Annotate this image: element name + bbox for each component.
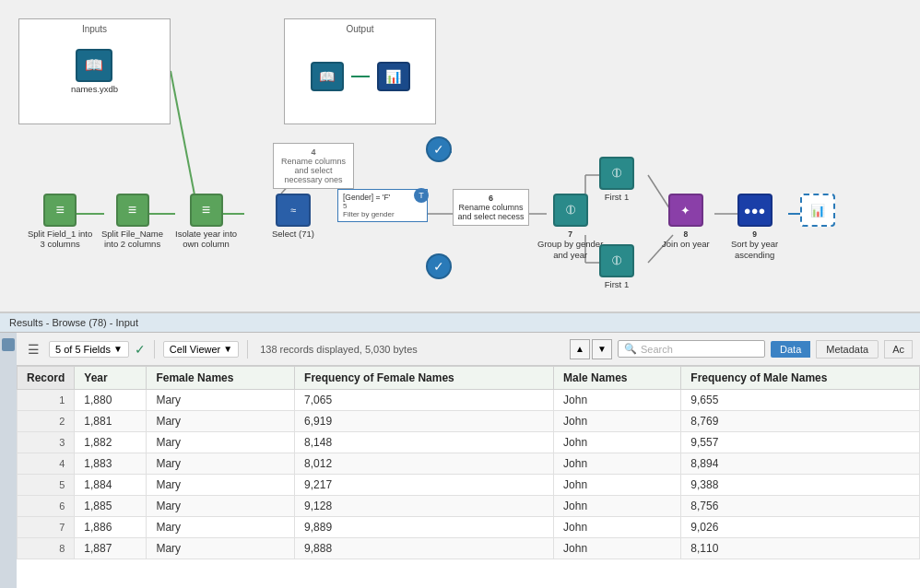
ac-button[interactable]: Ac xyxy=(884,340,913,359)
node-rename-top[interactable]: 4Rename columnsand selectnecessary ones xyxy=(272,143,355,189)
records-info: 138 records displayed, 5,030 bytes xyxy=(256,344,564,355)
cell-freq-female: 8,148 xyxy=(295,432,554,453)
search-placeholder: Search xyxy=(641,344,673,355)
results-panel: Results - Browse (78) - Input ☰ 5 of 5 F… xyxy=(0,313,920,588)
col-header-year: Year xyxy=(75,367,147,390)
separator-1 xyxy=(154,340,155,359)
node-browse-end[interactable]: 📊 xyxy=(800,194,835,227)
node-group[interactable]: ⦷ 7Group by genderand year xyxy=(537,194,603,260)
cell-male-name: John xyxy=(554,538,681,559)
nav-up-button[interactable]: ▲ xyxy=(570,339,590,359)
cell-freq-female: 9,889 xyxy=(295,517,554,538)
cell-female-name: Mary xyxy=(147,475,295,496)
fields-dropdown-arrow[interactable]: ▼ xyxy=(113,344,123,354)
cell-freq-female: 8,012 xyxy=(295,453,554,475)
search-icon: 🔍 xyxy=(624,343,637,355)
cell-freq-female: 9,888 xyxy=(295,538,554,559)
separator-2 xyxy=(247,340,248,359)
sidebar-icon xyxy=(2,338,15,351)
cell-record: 4 xyxy=(18,453,75,475)
node-isolate-year[interactable]: ≡ Isolate year intoown column xyxy=(175,194,237,250)
data-table: Record Year Female Names Frequency of Fe… xyxy=(17,366,920,559)
inputs-title: Inputs xyxy=(82,24,107,34)
cell-freq-male: 8,756 xyxy=(681,496,920,517)
cell-record: 2 xyxy=(18,411,75,432)
col-header-female-names: Female Names xyxy=(147,367,295,390)
cell-male-name: John xyxy=(554,496,681,517)
cell-record: 6 xyxy=(18,496,75,517)
cell-female-name: Mary xyxy=(147,411,295,432)
node-select[interactable]: ≈ Select (71) xyxy=(272,194,314,239)
table-row: 1 1,880 Mary 7,065 John 9,655 xyxy=(18,390,920,411)
cell-freq-male: 8,894 xyxy=(681,453,920,475)
cell-female-name: Mary xyxy=(147,390,295,411)
fields-selector[interactable]: 5 of 5 Fields ▼ xyxy=(49,341,129,358)
cell-freq-female: 9,217 xyxy=(295,475,554,496)
search-box[interactable]: 🔍 Search xyxy=(618,340,765,358)
left-sidebar xyxy=(0,333,17,588)
cell-female-name: Mary xyxy=(147,496,295,517)
col-header-freq-female: Frequency of Female Names xyxy=(295,367,554,390)
cell-viewer-label: Cell Viewer xyxy=(170,344,220,355)
node-join[interactable]: ✦ 8Join on year xyxy=(662,194,710,250)
cell-viewer-button[interactable]: Cell Viewer ▼ xyxy=(163,341,239,358)
results-toolbar: ☰ 5 of 5 Fields ▼ ✓ Cell Viewer ▼ 138 re… xyxy=(17,333,920,366)
menu-icon[interactable]: ☰ xyxy=(24,342,43,357)
cell-female-name: Mary xyxy=(147,453,295,475)
results-title: Results - Browse (78) - Input xyxy=(0,313,920,333)
node-first1[interactable]: ⦷ First 1 xyxy=(599,157,634,202)
cell-record: 5 xyxy=(18,475,75,496)
node-split-filename[interactable]: ≡ Split File_Nameinto 2 columns xyxy=(101,194,163,250)
nav-arrows: ▲ ▼ xyxy=(570,339,612,359)
cell-freq-male: 8,110 xyxy=(681,538,920,559)
cell-male-name: John xyxy=(554,390,681,411)
table-row: 8 1,887 Mary 9,888 John 8,110 xyxy=(18,538,920,559)
fields-check-icon[interactable]: ✓ xyxy=(135,342,146,357)
cell-female-name: Mary xyxy=(147,432,295,453)
cell-male-name: John xyxy=(554,453,681,475)
output-title: Output xyxy=(346,24,373,34)
cell-year: 1,882 xyxy=(75,432,147,453)
workflow-canvas: Inputs 📖 names.yxdb Output 📖 📊 ≡ Split F… xyxy=(0,0,920,313)
table-row: 4 1,883 Mary 8,012 John 8,894 xyxy=(18,453,920,475)
node-first2[interactable]: ⦷ First 1 xyxy=(599,244,634,289)
table-row: 3 1,882 Mary 8,148 John 9,557 xyxy=(18,432,920,453)
cell-freq-male: 9,557 xyxy=(681,432,920,453)
data-table-container: Record Year Female Names Frequency of Fe… xyxy=(17,366,920,588)
node-sort[interactable]: ●●● 9Sort by yearascending xyxy=(731,194,778,260)
cell-year: 1,883 xyxy=(75,453,147,475)
col-header-record: Record xyxy=(18,367,75,390)
cell-freq-female: 7,065 xyxy=(295,390,554,411)
col-header-male-names: Male Names xyxy=(554,367,681,390)
cell-female-name: Mary xyxy=(147,538,295,559)
cell-year: 1,881 xyxy=(75,411,147,432)
cell-freq-male: 9,026 xyxy=(681,517,920,538)
cell-freq-female: 6,919 xyxy=(295,411,554,432)
inputs-box: Inputs 📖 names.yxdb xyxy=(18,18,171,124)
node-split-field1[interactable]: ≡ Split Field_1 into3 columns xyxy=(28,194,92,250)
svg-line-0 xyxy=(171,71,198,214)
check-circle-1[interactable]: ✓ xyxy=(426,136,452,162)
nav-down-button[interactable]: ▼ xyxy=(592,339,612,359)
input-file-label: names.yxdb xyxy=(71,84,118,94)
cell-record: 1 xyxy=(18,390,75,411)
data-button[interactable]: Data xyxy=(771,341,810,358)
cell-freq-male: 9,655 xyxy=(681,390,920,411)
cell-male-name: John xyxy=(554,432,681,453)
col-header-freq-male: Frequency of Male Names xyxy=(681,367,920,390)
output-box: Output 📖 📊 xyxy=(284,18,436,124)
table-header-row: Record Year Female Names Frequency of Fe… xyxy=(18,367,920,390)
metadata-button[interactable]: Metadata xyxy=(816,340,879,359)
node-filter[interactable]: T [Gender] = 'F' 5Filter by gender xyxy=(336,189,429,222)
node-rename-6[interactable]: 6Rename columnsand select necess xyxy=(452,189,530,226)
cell-freq-male: 9,388 xyxy=(681,475,920,496)
table-row: 2 1,881 Mary 6,919 John 8,769 xyxy=(18,411,920,432)
table-body: 1 1,880 Mary 7,065 John 9,655 2 1,881 Ma… xyxy=(18,390,920,559)
table-row: 5 1,884 Mary 9,217 John 9,388 xyxy=(18,475,920,496)
cell-record: 3 xyxy=(18,432,75,453)
cell-year: 1,880 xyxy=(75,390,147,411)
check-circle-2[interactable]: ✓ xyxy=(426,253,452,279)
cell-male-name: John xyxy=(554,475,681,496)
cell-year: 1,886 xyxy=(75,517,147,538)
cell-male-name: John xyxy=(554,411,681,432)
